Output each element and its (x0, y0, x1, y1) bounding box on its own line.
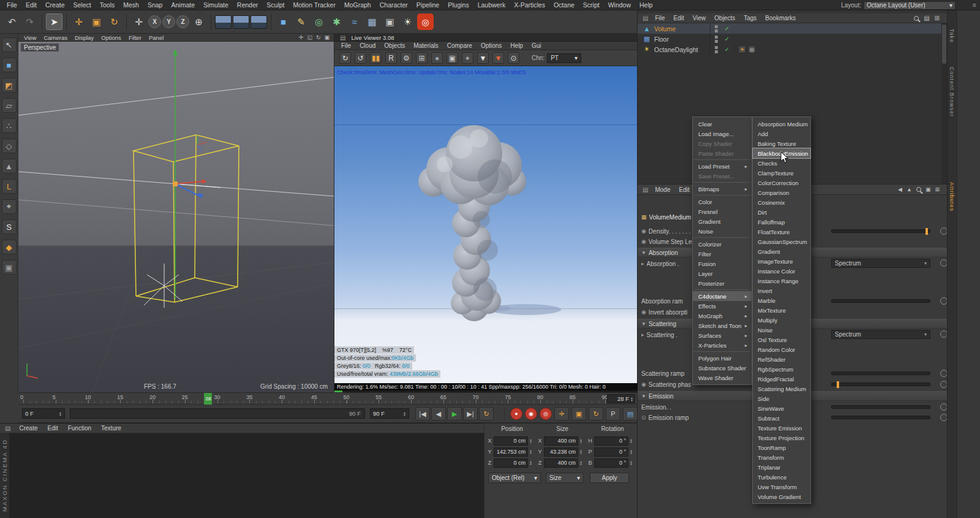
edges-mode-icon[interactable]: ◇ (2, 139, 17, 153)
coord-input[interactable]: 0 ° (594, 459, 628, 468)
scale-tool-icon[interactable]: ▣ (88, 13, 105, 30)
spinner-arrows[interactable]: ▲▼ (59, 411, 62, 416)
viewport-menu-panel[interactable]: Panel (145, 34, 167, 41)
attr-slider-density[interactable] (831, 229, 930, 233)
object-row-octanedaylight[interactable]: ☀OctaneDaylight✓☀◎ (638, 44, 947, 55)
undo-icon[interactable]: ↶ (4, 13, 20, 30)
play-button[interactable]: ▶ (447, 407, 462, 421)
menu-item-substance-shader[interactable]: Substance Shader (693, 363, 752, 373)
liveviewer-menu-file[interactable]: File (337, 42, 355, 49)
viewport-solo-icon[interactable]: ⌖ (2, 199, 17, 214)
panel-tab-content-browser[interactable]: Content Browser (949, 67, 955, 117)
coord-input[interactable]: 0 ° (594, 436, 628, 446)
last-tool-icon[interactable]: ✛ (130, 13, 147, 30)
spectrum-dropdown[interactable]: Spectrum▾ (831, 259, 930, 268)
submenu-item-toonramp[interactable]: ToonRamp (753, 443, 810, 452)
menu-item-fusion[interactable]: Fusion (693, 259, 752, 269)
menubar-item-tools[interactable]: Tools (96, 1, 119, 9)
live-viewer-titlebar[interactable]: ▤ Live Viewer 3.08 (334, 34, 637, 42)
panel-menu-icon[interactable]: ▤ (2, 425, 13, 432)
material-list-area[interactable] (10, 433, 484, 518)
menu-item-load-preset[interactable]: Load Preset▸ (693, 161, 752, 171)
submenu-item-gradient[interactable]: Gradient (753, 246, 810, 256)
viewport-menu-filter[interactable]: Filter (125, 34, 145, 41)
spinner-arrows[interactable]: ▲▼ (630, 438, 633, 443)
panel-tab-attributes[interactable]: Attributes (949, 182, 955, 211)
render-settings-button[interactable] (251, 15, 267, 29)
submenu-item-texture-emission[interactable]: Texture Emission (753, 423, 810, 433)
record-pla-toggle[interactable]: ▤ (623, 407, 638, 421)
focus-picker-icon[interactable]: ⌖ (462, 52, 473, 64)
layers-icon[interactable]: ⊞ (935, 15, 940, 21)
menubar-item-octane[interactable]: Octane (549, 1, 579, 9)
filter-icon[interactable]: ▤ (924, 15, 929, 21)
object-mode-dropdown[interactable]: Object (Rel)▾ (488, 473, 541, 483)
menu-item-polygon-hair[interactable]: Polygon Hair (693, 353, 752, 363)
menubar-item-snap[interactable]: Snap (143, 1, 167, 9)
objectmanager-menu-view[interactable]: View (688, 15, 710, 21)
apply-button[interactable]: Apply (590, 473, 629, 483)
timeline-ruler[interactable]: 05101520253035404550556065707580859028 2… (18, 392, 637, 405)
submenu-item-gaussianspectrum[interactable]: GaussianSpectrum (753, 237, 810, 246)
y-axis-lock-icon[interactable]: Y (162, 15, 175, 28)
submenu-item-sinewave[interactable]: SineWave (753, 403, 810, 413)
menubar-item-select[interactable]: Select (69, 1, 96, 9)
redo-icon[interactable]: ↷ (21, 13, 38, 30)
new-panel-icon[interactable]: ⊞ (935, 186, 940, 192)
spinner-arrows[interactable]: ▲▼ (529, 460, 532, 465)
menu-item-sketch-and-toon[interactable]: Sketch and Toon▸ (693, 321, 752, 330)
liveviewer-menu-gui[interactable]: Gui (527, 42, 546, 49)
pan-view-icon[interactable]: ✛ (299, 34, 304, 40)
slider-handle[interactable] (837, 381, 839, 388)
panel-menu-icon[interactable]: ▤ (640, 15, 650, 21)
menubar-item-edit[interactable]: Edit (21, 1, 41, 9)
menubar-item-script[interactable]: Script (579, 1, 604, 9)
add-camera-icon[interactable]: ▣ (382, 13, 398, 30)
param-link-icon[interactable]: ◉ (641, 228, 646, 234)
rotate-tool-icon[interactable]: ↻ (106, 13, 123, 30)
submenu-item-cosinemix[interactable]: Cosinemix (753, 197, 810, 207)
yellow-wireframe-box[interactable] (134, 135, 239, 302)
objectmanager-menu-bookmarks[interactable]: Bookmarks (761, 15, 800, 21)
menu-item-wave-shader[interactable]: Wave Shader (693, 373, 752, 383)
slider-handle[interactable] (925, 228, 928, 235)
window-menu-icon[interactable]: ≡ (973, 1, 976, 9)
attr-slider-scattering-ramp[interactable] (831, 371, 930, 375)
range-start-field[interactable]: 0 F ▲▼ (22, 408, 65, 419)
liveviewer-menu-help[interactable]: Help (506, 42, 527, 49)
octane-dialog-icon[interactable]: ◎ (417, 13, 434, 30)
visibility-toggles[interactable] (710, 23, 720, 34)
submenu-item-clamptexture[interactable]: ClampTexture (753, 168, 810, 178)
coord-input[interactable]: 0 ° (594, 448, 628, 457)
menu-item-colorizer[interactable]: Colorizer (693, 239, 752, 249)
submenu-item-imagetexture[interactable]: ImageTexture (753, 256, 810, 266)
menubar-item-pipeline[interactable]: Pipeline (412, 1, 443, 9)
submenu-item-mixtexture[interactable]: MixTexture (753, 305, 810, 315)
polygons-mode-icon[interactable]: ▲ (2, 159, 17, 173)
record-rotation-toggle[interactable]: ↻ (589, 407, 603, 421)
submenu-item-triplanar[interactable]: Triplanar (753, 462, 810, 472)
menu-item-x-particles[interactable]: X-Particles▸ (693, 340, 752, 350)
render-settings-gear-icon[interactable]: ⚙ (401, 52, 412, 64)
keyframe-selection-button[interactable]: ◎ (540, 408, 552, 420)
add-light-icon[interactable]: ☀ (399, 13, 416, 30)
submenu-item-floattexture[interactable]: FloatTexture (753, 227, 810, 237)
materials-menu-create[interactable]: Create (14, 425, 42, 432)
menubar-item-render[interactable]: Render (233, 1, 262, 9)
add-deformer-icon[interactable]: ✱ (328, 13, 345, 30)
reset-render-icon[interactable]: R (385, 52, 397, 64)
menubar-item-animate[interactable]: Animate (167, 1, 199, 9)
record-active-objects-button[interactable]: ● (510, 408, 522, 420)
snap-toggle-icon[interactable]: S (2, 219, 17, 234)
submenu-item-scattering-medium[interactable]: Scattering Medium (753, 384, 810, 394)
coord-input[interactable]: 142.753 cm (494, 448, 528, 457)
menubar-item-mesh[interactable]: Mesh (119, 1, 143, 9)
coord-input[interactable]: 43.238 cm (544, 448, 578, 457)
menu-item-bitmaps[interactable]: Bitmaps▸ (693, 184, 752, 194)
panel-menu-icon[interactable]: ▤ (640, 186, 650, 193)
size-mode-dropdown[interactable]: Size▾ (546, 473, 584, 483)
view-label[interactable]: Perspective (21, 44, 59, 51)
menu-item-gradient[interactable]: Gradient (693, 216, 752, 226)
collapse-arrow-icon[interactable]: ▼ (641, 394, 646, 399)
viewport-canvas[interactable]: Perspective FPS : 166.7 Grid Spacing : 1… (18, 42, 334, 392)
